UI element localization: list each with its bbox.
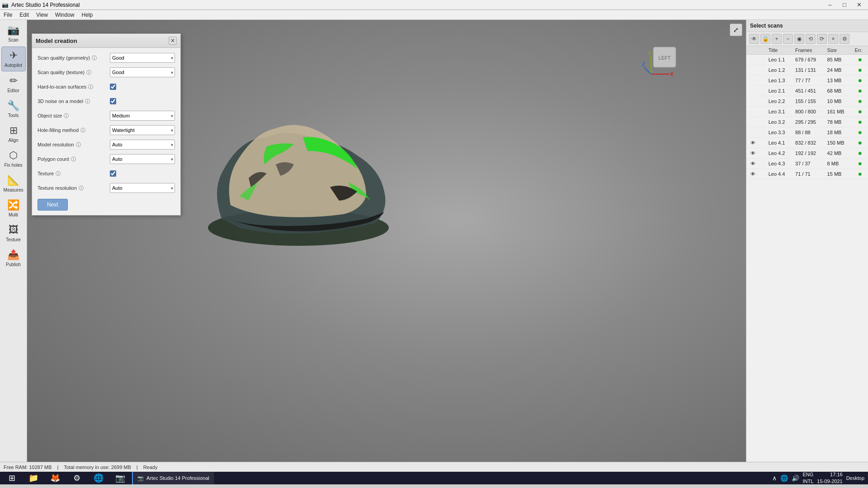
taskbar-network-icon[interactable]: 🌐 xyxy=(780,474,788,482)
scan-title-4: Leo 2.2 xyxy=(766,96,793,107)
menu-view[interactable]: View xyxy=(33,10,52,20)
rp-settings-button[interactable]: ⚙ xyxy=(840,34,849,44)
scan-title-8: Leo 4.1 xyxy=(766,138,793,148)
scan-quality-texture-select[interactable]: GoodBetterBest xyxy=(110,67,175,77)
scan-err-10: ● xyxy=(852,159,868,169)
table-row[interactable]: Leo 3.1 800 / 800 161 MB ● xyxy=(746,107,868,117)
model-resolution-select[interactable]: AutoCustom xyxy=(110,140,175,150)
taskbar-volume-icon[interactable]: 🔊 xyxy=(792,474,799,482)
start-button[interactable]: ⊞ xyxy=(2,472,22,484)
polygon-count-select[interactable]: AutoCustom xyxy=(110,154,175,164)
menu-edit[interactable]: Edit xyxy=(16,10,33,20)
fit-view-button[interactable]: ⤢ xyxy=(730,23,742,36)
taskbar-settings[interactable]: ⚙ xyxy=(67,472,87,484)
active-app-icon: 📷 xyxy=(137,475,144,481)
scan-title-7: Leo 3.3 xyxy=(766,127,793,138)
texture-resolution-select[interactable]: AutoCustom xyxy=(110,183,175,193)
svg-text:LEFT: LEFT xyxy=(659,55,671,61)
table-row[interactable]: 👁 Leo 4.3 37 / 37 8 MB ● xyxy=(746,159,868,169)
taskbar-active-app[interactable]: 📷 Artec Studio 14 Professional xyxy=(132,472,214,484)
main-layout: 📷 Scan ✈ Autopilot ✏ Editor 🔧 Tools ⊞ Al… xyxy=(0,20,868,462)
rp-delete-button[interactable]: × xyxy=(828,34,838,44)
sidebar-item-publish[interactable]: 📤 Publish xyxy=(1,246,26,270)
noise-3d-checkbox[interactable] xyxy=(110,98,116,104)
restore-button[interactable]: □ xyxy=(837,0,852,10)
sidebar-item-multi[interactable]: 🔀 Multi xyxy=(1,197,26,221)
taskbar-desktop-button[interactable]: Desktop xyxy=(846,475,864,481)
sidebar-item-scan[interactable]: 📷 Scan xyxy=(1,22,26,46)
scan-locked-3 xyxy=(759,86,766,96)
menu-file[interactable]: File xyxy=(0,10,16,20)
sidebar-item-texture[interactable]: 🖼 Texture xyxy=(1,221,26,245)
table-row[interactable]: Leo 3.2 295 / 295 78 MB ● xyxy=(746,117,868,127)
hole-filling-row: Hole-filling method ⓘ NoneWatertightFast xyxy=(38,125,175,136)
next-button[interactable]: Next xyxy=(38,199,68,211)
help-icon-polygon[interactable]: ⓘ xyxy=(71,156,76,163)
taskbar-chevron-icon[interactable]: ∧ xyxy=(772,474,777,482)
help-icon-hard-to-scan[interactable]: ⓘ xyxy=(88,84,93,90)
minimize-button[interactable]: – xyxy=(823,0,837,10)
table-row[interactable]: Leo 1.1 679 / 679 85 MB ● xyxy=(746,55,868,65)
help-icon-hole-filling[interactable]: ⓘ xyxy=(80,127,85,134)
object-size-select[interactable]: SmallMediumLarge xyxy=(110,111,175,121)
sidebar-label-publish: Publish xyxy=(6,262,21,267)
sidebar-item-editor[interactable]: ✏ Editor xyxy=(1,72,26,96)
rp-lock-button[interactable]: 🔒 xyxy=(760,34,770,44)
scan-visible-10: 👁 xyxy=(746,159,759,169)
hard-to-scan-label: Hard-to-scan surfaces ⓘ xyxy=(38,84,110,90)
svg-text:Z: Z xyxy=(642,61,645,67)
rp-remove-button[interactable]: − xyxy=(783,34,793,44)
sidebar-item-tools[interactable]: 🔧 Tools xyxy=(1,97,26,121)
taskbar-firefox[interactable]: 🦊 xyxy=(45,472,65,484)
taskbar-language[interactable]: ENGINTL xyxy=(803,471,814,485)
rp-select-button[interactable]: ◉ xyxy=(794,34,804,44)
sidebar-item-measures[interactable]: 📐 Measures xyxy=(1,172,26,196)
help-icon-model-res[interactable]: ⓘ xyxy=(76,141,81,148)
close-button[interactable]: ✕ xyxy=(852,0,866,10)
help-icon-texture-quality[interactable]: ⓘ xyxy=(86,69,91,76)
menu-window[interactable]: Window xyxy=(52,10,78,20)
table-row[interactable]: Leo 3.3 88 / 88 18 MB ● xyxy=(746,127,868,138)
table-row[interactable]: 👁 Leo 4.1 832 / 832 150 MB ● xyxy=(746,138,868,148)
scan-visible-4 xyxy=(746,96,759,107)
sidebar-item-align[interactable]: ⊞ Align xyxy=(1,122,26,146)
taskbar-explorer[interactable]: 📁 xyxy=(24,472,43,484)
scan-visible-6 xyxy=(746,117,759,127)
scan-quality-geometry-select[interactable]: GoodBetterBest xyxy=(110,53,175,63)
table-row[interactable]: Leo 1.2 131 / 131 24 MB ● xyxy=(746,65,868,75)
taskbar-edge[interactable]: 🌐 xyxy=(89,472,108,484)
texture-resolution-wrap: AutoCustom xyxy=(110,183,175,193)
taskbar-clock[interactable]: 17:16 15-09-2021 xyxy=(817,471,842,485)
taskbar-artec[interactable]: 📷 xyxy=(110,472,130,484)
separator-2: | xyxy=(137,465,138,470)
table-row[interactable]: Leo 2.1 451 / 451 68 MB ● xyxy=(746,86,868,96)
help-icon-texture-res[interactable]: ⓘ xyxy=(79,185,84,192)
help-icon-texture[interactable]: ⓘ xyxy=(56,170,61,177)
menu-help[interactable]: Help xyxy=(78,10,97,20)
scan-frames-5: 800 / 800 xyxy=(793,107,825,117)
scan-frames-1: 131 / 131 xyxy=(793,65,825,75)
table-row[interactable]: 👁 Leo 4.2 192 / 192 42 MB ● xyxy=(746,148,868,159)
sidebar-item-autopilot[interactable]: ✈ Autopilot xyxy=(1,47,26,71)
dialog-close-button[interactable]: ✕ xyxy=(169,37,177,45)
scan-frames-8: 832 / 832 xyxy=(793,138,825,148)
hard-to-scan-checkbox[interactable] xyxy=(110,84,116,90)
texture-checkbox[interactable] xyxy=(110,170,116,177)
rp-undo-button[interactable]: ⟲ xyxy=(806,34,816,44)
table-row[interactable]: 👁 Leo 4.4 71 / 71 15 MB ● xyxy=(746,169,868,179)
sidebar-item-fixholes[interactable]: ⬡ Fix holes xyxy=(1,147,26,171)
rp-add-button[interactable]: + xyxy=(772,34,782,44)
help-icon-geometry[interactable]: ⓘ xyxy=(92,55,97,61)
scan-size-5: 161 MB xyxy=(825,107,852,117)
scan-err-8: ● xyxy=(852,138,868,148)
rp-eye-button[interactable]: 👁 xyxy=(749,34,759,44)
rp-redo-button[interactable]: ⟳ xyxy=(817,34,827,44)
help-icon-object-size[interactable]: ⓘ xyxy=(64,113,69,119)
hole-filling-wrap: NoneWatertightFast xyxy=(110,125,175,135)
scan-size-11: 15 MB xyxy=(825,169,852,179)
help-icon-noise[interactable]: ⓘ xyxy=(85,98,90,105)
table-row[interactable]: Leo 1.3 77 / 77 13 MB ● xyxy=(746,75,868,86)
table-row[interactable]: Leo 2.2 155 / 155 10 MB ● xyxy=(746,96,868,107)
viewport[interactable]: ⤢ LEFT Y X Z xyxy=(27,20,746,462)
hole-filling-select[interactable]: NoneWatertightFast xyxy=(110,125,175,135)
